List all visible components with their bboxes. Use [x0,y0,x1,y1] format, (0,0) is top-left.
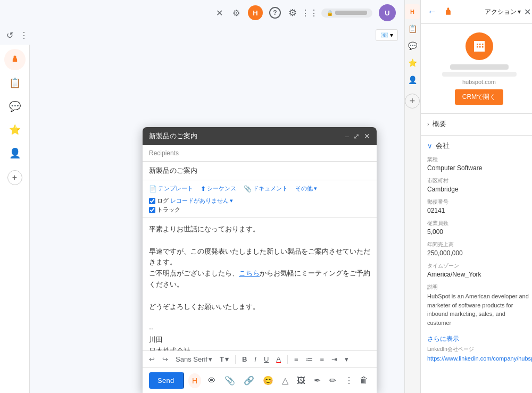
send-btn-group: Send ▾ [149,372,184,389]
compose-window: 新製品のご案内 – ⤢ ✕ Recipients 新製品のご案内 📄 テンプレー [143,127,377,393]
emoji-icon[interactable]: 😊 [261,373,276,388]
employees-field: 従業員数 5,000 [427,220,531,236]
track-icon[interactable]: 👁 [205,374,218,388]
hs-topbar: ← アクション ▾ ✕ [421,0,532,24]
more-icon[interactable]: ⋮ [20,30,28,40]
recipients-field[interactable]: Recipients [143,145,377,162]
avatar[interactable]: U [379,4,396,21]
hs-sidebar: H 📋 💬 ⭐ 👤 + [405,0,420,393]
hubspot-main-panel: ← アクション ▾ ✕ hubspot.com CRMで開く [420,0,532,393]
signature-icon[interactable]: ✒ [312,373,323,388]
company-section: ∨ 会社 業種 Computer Software 市区町村 Cambridge… [421,136,532,373]
compose-title: 新製品のご案内 [149,131,197,141]
format-bar: ↩ ↪ Sans Serif ▾ T ▾ B I U A ≡ ≔ ≡ [143,350,377,367]
contact-email-domain: hubspot.com [462,79,496,85]
track-check[interactable]: トラック [149,206,233,214]
description-field: 説明 HubSpot is an American developer and … [427,283,531,327]
compose-toolbar: 📄 テンプレート ⬆ シーケンス 📎 ドキュメント その他 ▾ [143,180,377,218]
task-sidebar-icon[interactable]: ⭐ [4,119,26,140]
adjust-icon[interactable]: ⚙ [231,7,242,18]
close-icon[interactable]: ✕ [214,7,225,18]
hubspot-send-icon[interactable]: H [188,373,201,388]
crm-open-btn[interactable]: CRMで開く [455,89,503,105]
ul-btn[interactable]: ≡ [318,354,327,364]
undo-btn[interactable]: ↩ [147,354,157,364]
template-btn[interactable]: 📄 テンプレート [147,183,195,194]
timezone-field: タイムゾーン America/New_York [427,262,531,278]
search-pill: 🔒 [321,9,372,18]
email-type-selector[interactable]: 📧 ▾ [376,29,398,41]
hs-sidebar-hs-icon[interactable]: H [405,4,420,19]
send-bar: Send ▾ H 👁 📎 🔗 😊 △ 🖼 ✒ ✏ ⋮ 🗑 [143,367,377,393]
text-color-btn[interactable]: A [274,354,283,364]
overview-header[interactable]: › 概要 [427,119,531,129]
other-btn[interactable]: その他 ▾ [293,183,319,194]
linkedin-field: LinkedIn会社ページ https://www.linkedin.com/c… [427,346,531,362]
link-icon[interactable]: 🔗 [242,373,256,388]
grid-icon[interactable]: ⋮⋮ [304,7,315,18]
more-options-btn[interactable]: ⋮ [343,373,355,388]
help-icon[interactable]: ? [269,7,281,19]
hs-logo [440,4,455,19]
hs-sidebar-plus-btn[interactable]: + [405,94,420,108]
compose-body[interactable]: 平素よりお世話になっております。 早速ですが、この度発表いたしました新しい製品を… [143,218,377,350]
more-link[interactable]: さらに表示 [427,332,531,346]
hs-sidebar-chat-icon[interactable]: 💬 [405,38,420,53]
company-header[interactable]: ∨ 会社 [427,141,531,150]
delete-btn[interactable]: 🗑 [358,373,370,388]
record-btn[interactable]: レコードがありません ▾ [170,197,233,205]
attachment-icon[interactable]: 📎 [222,373,237,388]
image-icon[interactable]: 🖼 [295,374,307,388]
plus-sidebar-btn[interactable]: + [7,170,22,185]
contact-name-blurred [450,64,509,70]
hs-sidebar-cal-icon[interactable]: 📋 [405,21,420,36]
orange-hubspot-icon[interactable]: H [248,5,263,20]
overview-section: › 概要 [421,114,532,136]
hs-close-btn[interactable]: ✕ [524,7,531,17]
industry-field: 業種 Computer Software [427,156,531,172]
calendar-sidebar-icon[interactable]: 📋 [4,72,26,94]
hs-sidebar-star-icon[interactable]: ⭐ [405,55,420,70]
subject-field[interactable]: 新製品のご案内 [143,162,377,180]
underline-btn[interactable]: U [262,354,271,364]
contact-sidebar-icon[interactable]: 👤 [4,143,26,164]
document-btn[interactable]: 📎 ドキュメント [242,183,290,194]
align-btn[interactable]: ≡ [292,354,301,364]
redo-btn[interactable]: ↪ [160,354,170,364]
send-arrow-btn[interactable]: ▾ [183,372,184,389]
hs-back-btn[interactable]: ← [427,6,437,18]
minimize-icon[interactable]: – [345,132,349,140]
separator2 [287,355,288,364]
size-selector[interactable]: T ▾ [218,354,231,364]
hubspot-sidebar-icon[interactable] [4,49,26,70]
refresh-icon[interactable]: ↺ [6,30,13,40]
more-format-btn[interactable]: ▾ [343,354,351,364]
log-check[interactable]: ログ レコードがありません ▾ [149,197,233,205]
company-avatar [466,32,493,60]
sequence-btn[interactable]: ⬆ シーケンス [198,183,238,194]
font-selector[interactable]: Sans Serif ▾ [173,354,214,364]
italic-btn[interactable]: I [252,354,259,364]
drive-icon[interactable]: △ [280,373,290,388]
meeting-link[interactable]: こちら [239,269,260,277]
contact-section: hubspot.com CRMで開く [421,24,532,114]
separator [235,355,236,364]
hs-sidebar-person-icon[interactable]: 👤 [405,72,420,87]
bold-btn[interactable]: B [240,354,249,364]
ol-btn[interactable]: ≔ [304,354,315,364]
linkedin-link[interactable]: https://www.linkedin.com/company/hubspot [427,355,532,362]
compose-header: 新製品のご案内 – ⤢ ✕ [143,127,377,145]
hubspot-panel: H 📋 💬 ⭐ 👤 + ← アクション ▾ ✕ [404,0,532,393]
pencil-icon[interactable]: ✏ [327,373,338,388]
city-field: 市区町村 Cambridge [427,177,531,193]
hs-action-btn[interactable]: アクション ▾ [485,7,521,16]
expand-icon[interactable]: ⤢ [353,132,360,140]
postal-field: 郵便番号 02141 [427,198,531,214]
indent-btn[interactable]: ⇥ [329,354,339,364]
compose-close-icon[interactable]: ✕ [364,132,370,140]
settings-icon[interactable]: ⚙ [287,7,298,18]
revenue-field: 年間売上高 250,000,000 [427,241,531,257]
contact-email-blurred [442,72,517,77]
chat-sidebar-icon[interactable]: 💬 [4,96,26,117]
send-button[interactable]: Send [149,372,183,389]
